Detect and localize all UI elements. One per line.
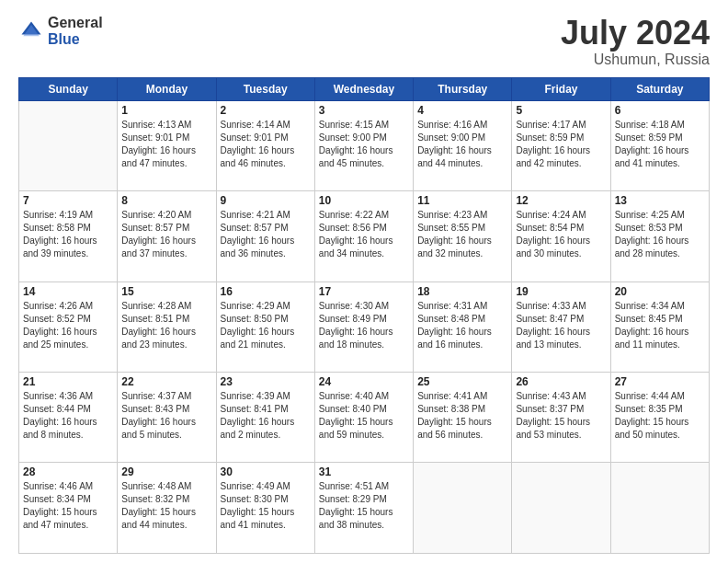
day-number: 13 <box>615 194 705 207</box>
table-row: 15Sunrise: 4:28 AMSunset: 8:51 PMDayligh… <box>118 282 216 372</box>
day-info: Sunrise: 4:34 AMSunset: 8:45 PMDaylight:… <box>615 300 705 351</box>
day-number: 14 <box>23 285 113 298</box>
day-number: 2 <box>221 104 311 117</box>
table-row <box>512 463 610 554</box>
col-tuesday: Tuesday <box>216 77 314 100</box>
day-info: Sunrise: 4:33 AMSunset: 8:47 PMDaylight:… <box>516 300 606 351</box>
day-info: Sunrise: 4:18 AMSunset: 8:59 PMDaylight:… <box>615 119 705 170</box>
day-number: 7 <box>23 194 113 207</box>
day-info: Sunrise: 4:49 AMSunset: 8:30 PMDaylight:… <box>221 480 311 532</box>
day-number: 11 <box>417 194 507 207</box>
location: Ushumun, Russia <box>561 52 710 68</box>
table-row <box>19 100 118 190</box>
day-number: 30 <box>221 465 311 478</box>
logo-text: General Blue <box>48 15 103 47</box>
table-row <box>414 463 512 554</box>
table-row: 10Sunrise: 4:22 AMSunset: 8:56 PMDayligh… <box>314 191 413 282</box>
day-info: Sunrise: 4:37 AMSunset: 8:43 PMDaylight:… <box>121 390 211 442</box>
table-row: 21Sunrise: 4:36 AMSunset: 8:44 PMDayligh… <box>19 373 118 463</box>
day-number: 27 <box>615 375 705 388</box>
day-info: Sunrise: 4:21 AMSunset: 8:57 PMDaylight:… <box>221 209 311 260</box>
day-info: Sunrise: 4:23 AMSunset: 8:55 PMDaylight:… <box>417 209 507 260</box>
table-row: 9Sunrise: 4:21 AMSunset: 8:57 PMDaylight… <box>216 191 314 282</box>
day-number: 20 <box>615 285 705 298</box>
day-number: 4 <box>417 104 507 117</box>
day-number: 15 <box>121 285 211 298</box>
day-info: Sunrise: 4:26 AMSunset: 8:52 PMDaylight:… <box>23 300 113 351</box>
calendar-header-row: Sunday Monday Tuesday Wednesday Thursday… <box>19 77 710 100</box>
day-info: Sunrise: 4:46 AMSunset: 8:34 PMDaylight:… <box>23 480 113 532</box>
day-number: 9 <box>221 194 311 207</box>
calendar-week-row: 28Sunrise: 4:46 AMSunset: 8:34 PMDayligh… <box>19 463 710 554</box>
day-number: 18 <box>417 285 507 298</box>
calendar-week-row: 7Sunrise: 4:19 AMSunset: 8:58 PMDaylight… <box>19 191 710 282</box>
logo-general: General <box>48 15 103 31</box>
day-info: Sunrise: 4:14 AMSunset: 9:01 PMDaylight:… <box>221 119 311 170</box>
logo: General Blue <box>18 15 103 47</box>
table-row: 20Sunrise: 4:34 AMSunset: 8:45 PMDayligh… <box>610 282 709 372</box>
day-number: 6 <box>615 104 705 117</box>
day-number: 8 <box>121 194 211 207</box>
title-block: July 2024 Ushumun, Russia <box>561 15 710 68</box>
logo-blue: Blue <box>48 31 103 48</box>
table-row: 24Sunrise: 4:40 AMSunset: 8:40 PMDayligh… <box>314 373 413 463</box>
day-number: 17 <box>319 285 409 298</box>
header: General Blue July 2024 Ushumun, Russia <box>18 15 710 68</box>
day-info: Sunrise: 4:19 AMSunset: 8:58 PMDaylight:… <box>23 209 113 260</box>
day-info: Sunrise: 4:39 AMSunset: 8:41 PMDaylight:… <box>221 390 311 442</box>
day-number: 21 <box>23 375 113 388</box>
table-row: 8Sunrise: 4:20 AMSunset: 8:57 PMDaylight… <box>118 191 216 282</box>
table-row: 28Sunrise: 4:46 AMSunset: 8:34 PMDayligh… <box>19 463 118 554</box>
day-number: 22 <box>121 375 211 388</box>
table-row: 22Sunrise: 4:37 AMSunset: 8:43 PMDayligh… <box>118 373 216 463</box>
table-row: 13Sunrise: 4:25 AMSunset: 8:53 PMDayligh… <box>610 191 709 282</box>
table-row: 5Sunrise: 4:17 AMSunset: 8:59 PMDaylight… <box>512 100 610 190</box>
table-row: 23Sunrise: 4:39 AMSunset: 8:41 PMDayligh… <box>216 373 314 463</box>
day-number: 1 <box>121 104 211 117</box>
day-number: 26 <box>516 375 606 388</box>
day-info: Sunrise: 4:17 AMSunset: 8:59 PMDaylight:… <box>516 119 606 170</box>
day-info: Sunrise: 4:31 AMSunset: 8:48 PMDaylight:… <box>417 300 507 351</box>
day-info: Sunrise: 4:16 AMSunset: 9:00 PMDaylight:… <box>417 119 507 170</box>
day-info: Sunrise: 4:44 AMSunset: 8:35 PMDaylight:… <box>615 390 705 442</box>
col-monday: Monday <box>118 77 216 100</box>
table-row: 27Sunrise: 4:44 AMSunset: 8:35 PMDayligh… <box>610 373 709 463</box>
day-info: Sunrise: 4:29 AMSunset: 8:50 PMDaylight:… <box>221 300 311 351</box>
table-row: 31Sunrise: 4:51 AMSunset: 8:29 PMDayligh… <box>314 463 413 554</box>
table-row: 25Sunrise: 4:41 AMSunset: 8:38 PMDayligh… <box>414 373 512 463</box>
col-saturday: Saturday <box>610 77 709 100</box>
day-info: Sunrise: 4:30 AMSunset: 8:49 PMDaylight:… <box>319 300 409 351</box>
table-row: 19Sunrise: 4:33 AMSunset: 8:47 PMDayligh… <box>512 282 610 372</box>
page: General Blue July 2024 Ushumun, Russia S… <box>0 0 728 563</box>
table-row: 12Sunrise: 4:24 AMSunset: 8:54 PMDayligh… <box>512 191 610 282</box>
calendar-week-row: 14Sunrise: 4:26 AMSunset: 8:52 PMDayligh… <box>19 282 710 372</box>
table-row: 4Sunrise: 4:16 AMSunset: 9:00 PMDaylight… <box>414 100 512 190</box>
day-info: Sunrise: 4:51 AMSunset: 8:29 PMDaylight:… <box>319 480 409 532</box>
day-info: Sunrise: 4:48 AMSunset: 8:32 PMDaylight:… <box>121 480 211 532</box>
day-info: Sunrise: 4:40 AMSunset: 8:40 PMDaylight:… <box>319 390 409 442</box>
table-row: 30Sunrise: 4:49 AMSunset: 8:30 PMDayligh… <box>216 463 314 554</box>
table-row: 2Sunrise: 4:14 AMSunset: 9:01 PMDaylight… <box>216 100 314 190</box>
day-info: Sunrise: 4:43 AMSunset: 8:37 PMDaylight:… <box>516 390 606 442</box>
col-wednesday: Wednesday <box>314 77 413 100</box>
day-info: Sunrise: 4:41 AMSunset: 8:38 PMDaylight:… <box>417 390 507 442</box>
table-row: 14Sunrise: 4:26 AMSunset: 8:52 PMDayligh… <box>19 282 118 372</box>
day-number: 12 <box>516 194 606 207</box>
day-number: 24 <box>319 375 409 388</box>
day-number: 16 <box>221 285 311 298</box>
table-row: 7Sunrise: 4:19 AMSunset: 8:58 PMDaylight… <box>19 191 118 282</box>
col-sunday: Sunday <box>19 77 118 100</box>
day-info: Sunrise: 4:15 AMSunset: 9:00 PMDaylight:… <box>319 119 409 170</box>
table-row: 16Sunrise: 4:29 AMSunset: 8:50 PMDayligh… <box>216 282 314 372</box>
col-thursday: Thursday <box>414 77 512 100</box>
day-number: 25 <box>417 375 507 388</box>
calendar-week-row: 1Sunrise: 4:13 AMSunset: 9:01 PMDaylight… <box>19 100 710 190</box>
table-row: 29Sunrise: 4:48 AMSunset: 8:32 PMDayligh… <box>118 463 216 554</box>
table-row <box>610 463 709 554</box>
day-number: 5 <box>516 104 606 117</box>
day-info: Sunrise: 4:22 AMSunset: 8:56 PMDaylight:… <box>319 209 409 260</box>
day-number: 3 <box>319 104 409 117</box>
calendar-week-row: 21Sunrise: 4:36 AMSunset: 8:44 PMDayligh… <box>19 373 710 463</box>
day-info: Sunrise: 4:36 AMSunset: 8:44 PMDaylight:… <box>23 390 113 442</box>
day-number: 29 <box>121 465 211 478</box>
